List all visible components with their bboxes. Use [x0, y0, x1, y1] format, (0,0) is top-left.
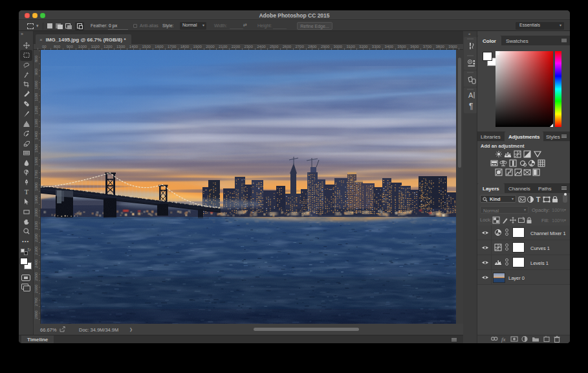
svg-text:fx: fx [501, 336, 506, 343]
svg-text:T: T [24, 188, 28, 196]
svg-text:¶: ¶ [469, 102, 473, 110]
svg-text:A: A [468, 91, 474, 99]
svg-text:T: T [536, 196, 541, 203]
